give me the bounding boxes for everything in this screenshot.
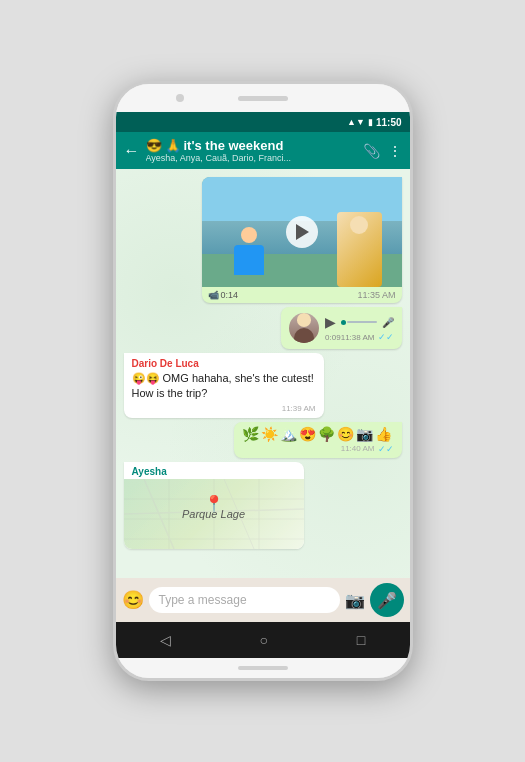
waveform-line [347,321,376,323]
emoji-sent-message: 🌿☀️🏔️😍🌳😊📷👍 11:40 AM ✓✓ [234,422,402,458]
phone-bottom-decoration [116,658,410,678]
back-button[interactable]: ← [124,142,140,160]
more-options-icon[interactable]: ⋮ [388,143,402,159]
emoji-pray: 🙏 [165,138,181,153]
home-indicator [238,666,288,670]
send-voice-button[interactable]: 🎤 [370,583,404,617]
front-camera [176,94,184,102]
signal-icon: ▲▼ [347,117,365,127]
message-input-area: 😊 Type a message 📷 🎤 [116,578,410,622]
video-message[interactable]: 📹 0:14 11:35 AM [202,177,402,303]
message-footer: 11:39 AM [132,404,316,413]
voice-top: ▶ 🎤 [325,314,393,330]
earpiece-speaker [238,96,288,101]
voice-controls: ▶ 🎤 0:09 11:38 AM ✓✓ [325,314,393,342]
phone-screen: ▲▼ ▮ 11:50 ← 😎 🙏 it's the weekend Ayesha… [116,112,410,658]
camera-button[interactable]: 📷 [345,591,365,610]
message-sender-name: Dario De Luca [132,358,316,369]
emoji-timestamp: 11:40 AM [341,444,375,453]
chat-title-text: it's the weekend [184,138,284,153]
chat-messages: 📹 0:14 11:35 AM ▶ [116,169,410,578]
emoji-picker-button[interactable]: 😊 [122,589,144,611]
emoji-read-receipt: ✓✓ [378,444,394,454]
message-text: 😜😝 OMG hahaha, she's the cutest! How is … [132,371,316,402]
chat-subtitle: Ayesha, Anya, Cauã, Dario, Franci... [146,153,296,163]
back-nav-icon[interactable]: ◁ [160,632,171,648]
voice-read-receipt: ✓✓ [378,332,394,342]
attachment-icon[interactable]: 📎 [363,143,380,159]
video-thumbnail [202,177,402,287]
header-info: 😎 🙏 it's the weekend Ayesha, Anya, Cauã,… [146,138,357,163]
android-nav-bar: ◁ ○ □ [116,622,410,658]
video-timestamp: 11:35 AM [357,290,395,300]
emoji-content: 🌿☀️🏔️😍🌳😊📷👍 [242,426,394,442]
video-duration: 📹 0:14 [208,290,239,300]
header-actions: 📎 ⋮ [363,143,402,159]
recent-apps-icon[interactable]: □ [357,632,365,648]
emoji-sunglasses: 😎 [146,138,162,153]
status-time: 11:50 [376,117,402,128]
input-placeholder: Type a message [159,593,247,607]
chat-header: ← 😎 🙏 it's the weekend Ayesha, Anya, Cau… [116,132,410,169]
location-pin-icon: 📍 [204,494,224,513]
voice-play-icon[interactable]: ▶ [325,314,336,330]
video-meta: 📹 0:14 11:35 AM [202,287,402,303]
message-input-field[interactable]: Type a message [149,587,340,613]
voice-waveform [341,315,376,329]
voice-message[interactable]: ▶ 🎤 0:09 11:38 AM ✓✓ [281,307,401,349]
received-text-message: Dario De Luca 😜😝 OMG hahaha, she's the c… [124,353,324,418]
status-bar: ▲▼ ▮ 11:50 [116,112,410,132]
msg-emoji-wink: 😜😝 [132,372,160,384]
phone-frame: ▲▼ ▮ 11:50 ← 😎 🙏 it's the weekend Ayesha… [113,81,413,681]
video-camera-icon: 📹 [208,290,219,300]
sender-avatar [289,313,319,343]
phone-top-decoration [116,84,410,112]
video-play-button[interactable] [286,216,318,248]
status-icons: ▲▼ ▮ 11:50 [347,117,401,128]
message-timestamp: 11:39 AM [282,404,316,413]
waveform-progress-dot [341,320,346,325]
mic-wave-icon: 🎤 [382,317,394,328]
voice-bottom: 0:09 11:38 AM ✓✓ [325,332,393,342]
home-nav-icon[interactable]: ○ [260,632,268,648]
location-sender-name: Ayesha [124,462,304,479]
volume-up-button [113,174,115,194]
volume-down-button [113,202,115,222]
emoji-message-footer: 11:40 AM ✓✓ [242,444,394,454]
voice-timestamp: 11:38 AM [341,333,375,342]
microphone-icon: 🎤 [377,591,397,610]
location-map: 📍 Parque Lage [124,479,304,549]
location-message[interactable]: Ayesha 📍 [124,462,304,549]
chat-title: 😎 🙏 it's the weekend [146,138,357,153]
voice-time-area: 11:38 AM ✓✓ [341,332,394,342]
voice-duration: 0:09 [325,333,341,342]
battery-full-icon: ▮ [368,117,373,127]
power-button [411,184,413,212]
